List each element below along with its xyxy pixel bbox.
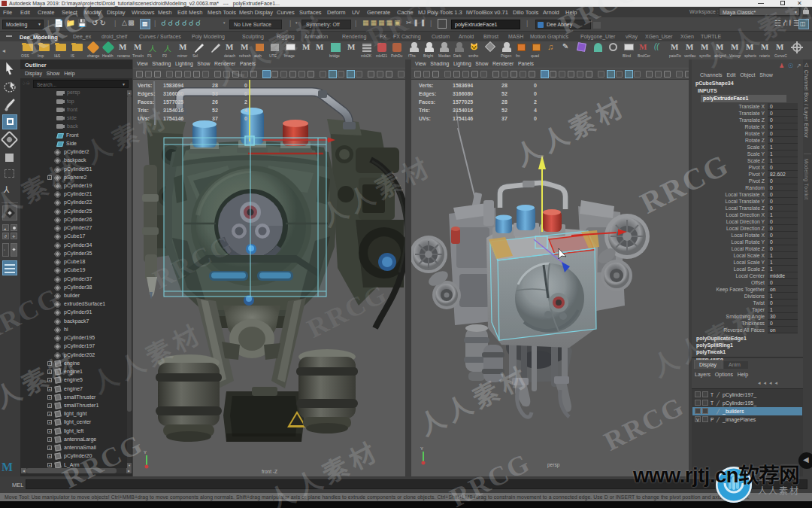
svg-text:UVs:: UVs: — [419, 116, 431, 121]
svg-text:Edges:: Edges: — [419, 91, 436, 97]
svg-text:2: 2 — [534, 99, 537, 105]
svg-text:3166080: 3166080 — [163, 91, 183, 96]
svg-text:Faces:: Faces: — [419, 99, 435, 105]
svg-text:4: 4 — [244, 108, 247, 113]
svg-text:Tris:: Tris: — [138, 108, 149, 113]
svg-text:28: 28 — [212, 83, 218, 88]
svg-text:1583694: 1583694 — [163, 83, 183, 88]
svg-text:0: 0 — [534, 91, 537, 96]
svg-text:1583694: 1583694 — [453, 83, 473, 88]
svg-text:Edges:: Edges: — [138, 91, 155, 97]
svg-text:37: 37 — [212, 116, 218, 121]
svg-text:3166080: 3166080 — [453, 91, 473, 96]
svg-text:1754146: 1754146 — [163, 116, 183, 121]
svg-text:28: 28 — [501, 83, 508, 88]
svg-text:0: 0 — [244, 83, 247, 88]
svg-text:52: 52 — [501, 108, 508, 113]
svg-text:0: 0 — [534, 116, 537, 121]
svg-text:0: 0 — [534, 83, 537, 88]
svg-text:Verts:: Verts: — [419, 83, 433, 88]
svg-text:1754146: 1754146 — [453, 116, 473, 121]
svg-text:1577025: 1577025 — [163, 99, 183, 105]
svg-text:Faces:: Faces: — [138, 99, 154, 105]
svg-text:0: 0 — [244, 91, 247, 96]
svg-text:52: 52 — [501, 91, 508, 96]
svg-text:0: 0 — [244, 116, 247, 121]
svg-text:2: 2 — [244, 99, 247, 105]
svg-text:Tris:: Tris: — [419, 108, 430, 113]
svg-text:1577025: 1577025 — [453, 99, 473, 105]
svg-text:Y: Y — [144, 450, 147, 455]
svg-text:3154016: 3154016 — [163, 108, 183, 113]
svg-text:52: 52 — [212, 108, 218, 113]
svg-text:53: 53 — [212, 91, 218, 96]
svg-text:Verts:: Verts: — [138, 83, 152, 88]
svg-text:37: 37 — [501, 116, 508, 121]
svg-text:28: 28 — [501, 99, 508, 105]
svg-text:persp: persp — [547, 462, 560, 468]
svg-text:front -Z: front -Z — [262, 469, 277, 474]
svg-text:UVs:: UVs: — [138, 116, 150, 121]
svg-text:26: 26 — [212, 99, 218, 105]
svg-text:Y: Y — [420, 446, 423, 451]
svg-text:3154016: 3154016 — [453, 108, 473, 113]
svg-text:4: 4 — [534, 108, 537, 113]
